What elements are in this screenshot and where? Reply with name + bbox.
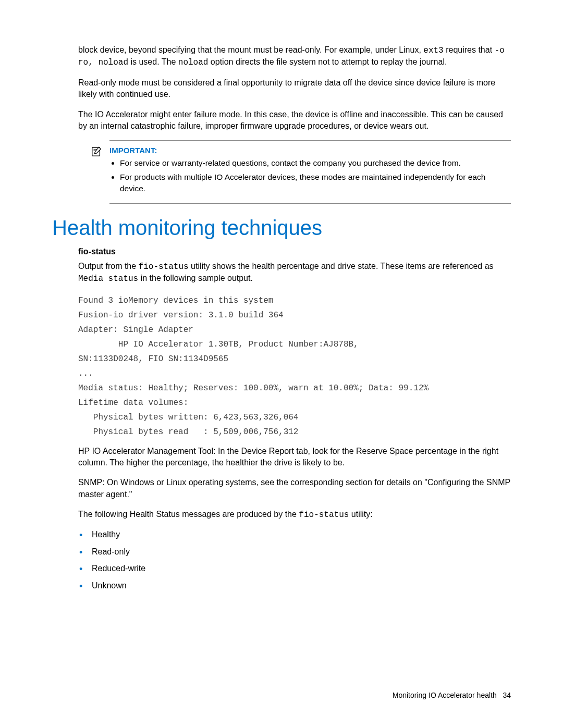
paragraph-intro-2: Read-only mode must be considered a fina… [78, 77, 511, 101]
page-footer: Monitoring IO Accelerator health 34 [393, 691, 511, 699]
note-item: For products with multiple IO Accelerato… [120, 171, 511, 195]
paragraph-status-intro: The following Health Status messages are… [78, 509, 511, 521]
code-sample: Found 3 ioMemory devices in this system … [78, 293, 511, 439]
note-icon [91, 146, 109, 159]
text: option directs the file system not to at… [208, 57, 447, 66]
note-label: IMPORTANT: [109, 146, 511, 155]
paragraph-fio-desc: Output from the fio-status utility shows… [78, 261, 511, 285]
code-inline: ext3 [423, 46, 443, 55]
code-inline: noload [178, 58, 209, 67]
list-item: Healthy [92, 529, 511, 540]
status-list: Healthy Read-only Reduced-write Unknown [78, 529, 511, 591]
text: utility shows the health percentage and … [189, 262, 494, 270]
content-area: block device, beyond specifying that the… [78, 44, 511, 591]
text: Output from the [78, 262, 139, 270]
list-item: Unknown [92, 580, 511, 591]
paragraph-snmp: SNMP: On Windows or Linux operating syst… [78, 477, 511, 500]
text: utility: [349, 510, 372, 519]
code-inline: fio-status [299, 510, 349, 520]
footer-page-number: 34 [503, 691, 511, 699]
text: requires that [444, 45, 495, 54]
paragraph-intro-3: The IO Accelerator might enter failure m… [78, 109, 511, 132]
note-item: For service or warranty-related question… [120, 157, 511, 169]
document-page: block device, beyond specifying that the… [0, 0, 563, 728]
note-list: For service or warranty-related question… [109, 157, 511, 194]
paragraph-intro-1: block device, beyond specifying that the… [78, 44, 511, 69]
important-note: IMPORTANT: For service or warranty-relat… [109, 140, 511, 203]
text: The following Health Status messages are… [78, 510, 299, 519]
code-inline: fio-status [139, 262, 189, 272]
text: block device, beyond specifying that the… [78, 45, 423, 54]
section-heading: Health monitoring techniques [52, 216, 511, 240]
text: in the following sample output. [138, 274, 253, 282]
text: is used. The [128, 57, 178, 66]
sub-heading: fio-status [78, 247, 511, 256]
paragraph-mgmt-tool: HP IO Accelerator Management Tool: In th… [78, 446, 511, 469]
list-item: Read-only [92, 546, 511, 558]
note-body: IMPORTANT: For service or warranty-relat… [109, 146, 511, 196]
code-inline: Media status [78, 274, 138, 283]
list-item: Reduced-write [92, 563, 511, 574]
footer-title: Monitoring IO Accelerator health [393, 691, 497, 699]
